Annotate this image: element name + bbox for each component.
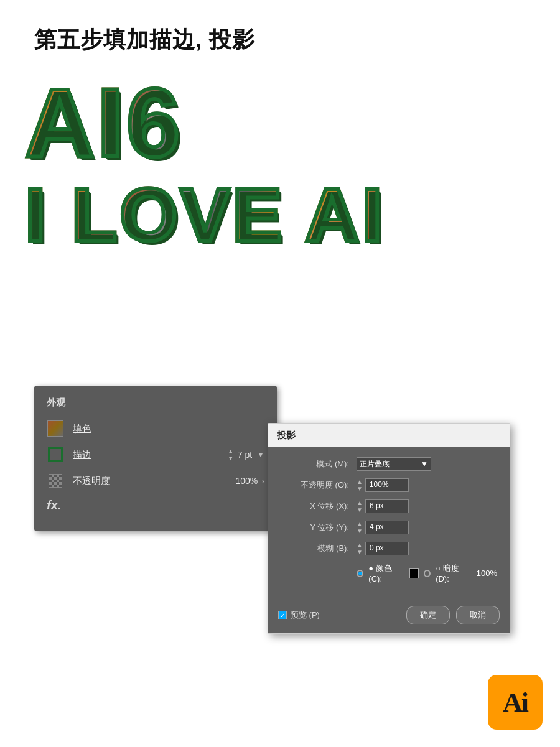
- stroke-row: 描边 ▲▼ 7 pt ▼: [47, 446, 264, 463]
- opacity-icon: [49, 474, 62, 488]
- opacity-row: 不透明度 100% ›: [47, 472, 264, 489]
- stroke-dropdown-arrow[interactable]: ▼: [257, 450, 264, 459]
- dialog-opacity-value-group: ▲▼ 100%: [357, 478, 409, 492]
- fill-row: 填色: [47, 420, 264, 437]
- ai-icon-text: Ai: [503, 687, 528, 718]
- opacity-label[interactable]: 不透明度: [73, 475, 236, 487]
- color-radio[interactable]: [357, 570, 363, 577]
- stroke-label[interactable]: 描边: [73, 449, 228, 461]
- stroke-icon: [48, 447, 63, 462]
- ok-button[interactable]: 确定: [406, 606, 450, 624]
- cancel-button[interactable]: 取消: [456, 606, 500, 624]
- dialog-opacity-row: 不透明度 (O): ▲▼ 100%: [281, 478, 497, 492]
- x-offset-value-group: ▲▼ 6 px: [357, 499, 409, 513]
- x-offset-spinner[interactable]: ▲▼: [357, 499, 363, 513]
- color-group: ● 颜色 (C): ○ 暗度 (D): 100%: [357, 563, 497, 583]
- dialog-opacity-label: 不透明度 (O):: [281, 480, 349, 491]
- dialog-buttons: 确定 取消: [406, 606, 500, 624]
- blur-spinner[interactable]: ▲▼: [357, 542, 363, 555]
- mode-row: 模式 (M): 正片叠底 ▼: [281, 457, 497, 471]
- mode-dropdown-arrow: ▼: [421, 460, 428, 468]
- shadow-dialog: 投影 模式 (M): 正片叠底 ▼ 不透明度 (O): ▲▼ 100% X 位移…: [268, 423, 510, 634]
- x-offset-input[interactable]: 6 px: [365, 499, 409, 513]
- blur-label: 模糊 (B):: [281, 543, 349, 554]
- y-offset-row: Y 位移 (Y): ▲▼ 4 px: [281, 521, 497, 534]
- x-offset-label: X 位移 (X):: [281, 501, 349, 512]
- dialog-footer: ✓ 预览 (P) 确定 取消: [268, 600, 510, 633]
- opacity-icon-box: [47, 472, 64, 489]
- mode-select[interactable]: 正片叠底 ▼: [357, 457, 431, 471]
- ai-app-icon: Ai: [488, 675, 543, 730]
- color-row: ● 颜色 (C): ○ 暗度 (D): 100%: [281, 563, 497, 583]
- opacity-chevron[interactable]: ›: [261, 476, 264, 486]
- fill-label[interactable]: 填色: [73, 423, 264, 435]
- text-art-line2: I LOVE AI: [25, 177, 535, 252]
- x-offset-row: X 位移 (X): ▲▼ 6 px: [281, 499, 497, 513]
- appearance-panel: 外观 填色 描边 ▲▼ 7 pt ▼ 不透明度 100% › fx.: [34, 386, 277, 531]
- dialog-body: 模式 (M): 正片叠底 ▼ 不透明度 (O): ▲▼ 100% X 位移 (X…: [268, 447, 510, 600]
- opacity-input[interactable]: 100%: [365, 478, 409, 492]
- blur-value-group: ▲▼ 0 px: [357, 542, 409, 555]
- stroke-value-group: ▲▼ 7 pt ▼: [228, 448, 264, 462]
- page-title: 第五步填加描边, 投影: [34, 25, 255, 55]
- fx-label[interactable]: fx.: [47, 498, 264, 513]
- stroke-spinner[interactable]: ▲▼: [228, 448, 234, 462]
- mode-value: 正片叠底: [360, 459, 390, 470]
- blur-row: 模糊 (B): ▲▼ 0 px: [281, 542, 497, 555]
- opacity-spinner[interactable]: ▲▼: [357, 478, 363, 492]
- opacity-value: 100%: [236, 476, 258, 486]
- darkness-value: 100%: [477, 568, 497, 578]
- opacity-value-group: 100% ›: [236, 476, 264, 486]
- dialog-titlebar: 投影: [268, 424, 510, 447]
- text-art-area: AI6 I LOVE AI: [25, 75, 535, 252]
- y-offset-label: Y 位移 (Y):: [281, 522, 349, 533]
- preview-label: 预览 (P): [291, 610, 320, 621]
- darkness-radio[interactable]: [424, 570, 431, 577]
- text-art-line1: AI6: [25, 75, 535, 171]
- blur-input[interactable]: 0 px: [365, 542, 409, 555]
- preview-checkbox-group: ✓ 预览 (P): [278, 610, 320, 621]
- darkness-label: ○ 暗度 (D):: [436, 563, 472, 583]
- stroke-value: 7 pt: [238, 450, 252, 460]
- mode-label: 模式 (M):: [281, 458, 349, 470]
- mode-value-group: 正片叠底 ▼: [357, 457, 431, 471]
- fill-icon-box: [47, 420, 64, 437]
- fill-icon: [47, 420, 63, 437]
- color-swatch[interactable]: [409, 568, 419, 578]
- stroke-icon-box: [47, 446, 64, 463]
- preview-checkbox[interactable]: ✓: [278, 611, 287, 619]
- y-offset-spinner[interactable]: ▲▼: [357, 521, 363, 534]
- color-label: ● 颜色 (C):: [368, 563, 404, 583]
- y-offset-input[interactable]: 4 px: [365, 521, 409, 534]
- appearance-panel-title: 外观: [47, 397, 264, 409]
- y-offset-value-group: ▲▼ 4 px: [357, 521, 409, 534]
